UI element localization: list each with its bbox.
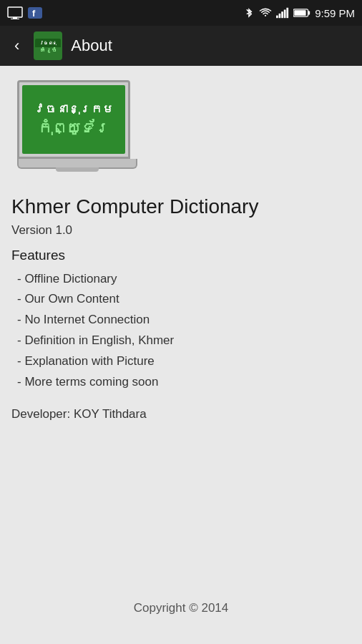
page-title: About	[71, 36, 112, 55]
app-icon: វចនានុ គំរូចំ	[34, 31, 62, 60]
signal-icon	[276, 7, 289, 19]
svg-rect-9	[287, 8, 289, 18]
features-list: - Offline Dictionary - Our Own Content -…	[17, 269, 351, 393]
copyright-container: Copyright © 2014	[11, 601, 351, 630]
svg-rect-1	[13, 17, 17, 19]
svg-text:f: f	[32, 8, 36, 19]
screen-icon	[7, 6, 23, 19]
khmer-title-top: វចនានុក្រម	[34, 102, 114, 116]
app-logo-container: វចនានុក្រម កុំព្យូទ័រ	[11, 80, 351, 180]
battery-icon	[293, 8, 310, 18]
svg-rect-11	[308, 11, 310, 14]
svg-rect-8	[284, 10, 286, 19]
facebook-icon: f	[27, 6, 43, 19]
svg-rect-6	[279, 14, 281, 18]
svg-rect-7	[281, 11, 283, 18]
svg-rect-5	[276, 16, 278, 19]
app-title: Khmer Computer Dictionary	[11, 195, 351, 219]
features-heading: Features	[11, 248, 351, 263]
navigation-bar: ‹ វចនានុ គំរូចំ About	[0, 26, 362, 66]
copyright-text: Copyright © 2014	[11, 601, 351, 615]
svg-rect-12	[294, 10, 305, 16]
wifi-icon	[259, 7, 272, 19]
laptop-image: វចនានុក្រម កុំព្យូទ័រ	[17, 80, 139, 180]
back-button[interactable]: ‹	[9, 34, 25, 58]
feature-item-4: - Definition in English, Khmer	[17, 331, 351, 351]
svg-rect-2	[11, 19, 19, 19]
feature-item-2: - Our Own Content	[17, 289, 351, 310]
status-bar: f 9:59 PM	[0, 0, 362, 26]
app-icon-top: វចនានុ	[35, 39, 61, 47]
feature-item-1: - Offline Dictionary	[17, 269, 351, 290]
main-content: វចនានុក្រម កុំព្យូទ័រ Khmer Computer Dic…	[0, 66, 362, 644]
laptop-base	[17, 159, 137, 169]
status-bar-left-icons: f	[7, 6, 43, 19]
feature-item-6: - More terms coming soon	[17, 372, 351, 393]
bluetooth-icon	[243, 7, 255, 19]
laptop-screen-outer: វចនានុក្រម កុំព្យូទ័រ	[17, 80, 130, 159]
laptop-screen-inner: វចនានុក្រម កុំព្យូទ័រ	[22, 85, 125, 154]
status-bar-right-icons: 9:59 PM	[243, 7, 355, 19]
feature-item-3: - No Internet Connection	[17, 310, 351, 331]
khmer-title-bottom: កុំព្យូទ័រ	[38, 119, 109, 137]
svg-rect-0	[8, 7, 22, 17]
developer-info: Developer: KOY Tithdara	[11, 407, 351, 421]
app-version: Version 1.0	[11, 223, 351, 238]
status-time: 9:59 PM	[315, 7, 355, 19]
feature-item-5: - Explanation with Picture	[17, 351, 351, 372]
app-icon-bottom: គំរូចំ	[39, 48, 57, 54]
